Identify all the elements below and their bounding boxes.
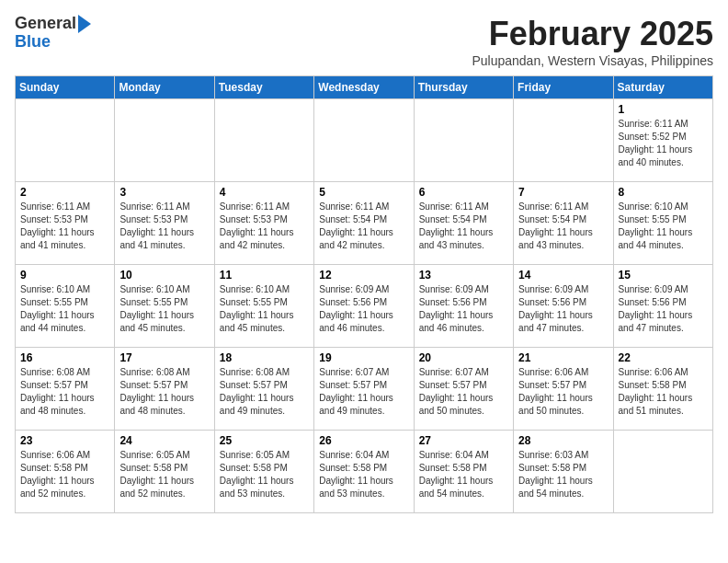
day-number: 13 bbox=[419, 269, 508, 282]
day-number: 19 bbox=[319, 351, 408, 364]
calendar-day-cell: 14Sunrise: 6:09 AM Sunset: 5:56 PM Dayli… bbox=[514, 265, 613, 348]
day-info: Sunrise: 6:11 AM Sunset: 5:54 PM Dayligh… bbox=[419, 201, 508, 252]
calendar-day-cell: 12Sunrise: 6:09 AM Sunset: 5:56 PM Dayli… bbox=[314, 265, 414, 348]
calendar-day-cell bbox=[214, 99, 313, 182]
calendar-day-cell: 21Sunrise: 6:06 AM Sunset: 5:57 PM Dayli… bbox=[514, 348, 613, 431]
logo: General Blue bbox=[15, 15, 91, 52]
calendar-day-cell: 19Sunrise: 6:07 AM Sunset: 5:57 PM Dayli… bbox=[314, 348, 414, 431]
calendar-day-cell: 28Sunrise: 6:03 AM Sunset: 5:58 PM Dayli… bbox=[514, 431, 613, 513]
day-number: 8 bbox=[619, 186, 708, 199]
day-number: 20 bbox=[419, 351, 508, 364]
day-number: 27 bbox=[419, 434, 508, 447]
day-number: 26 bbox=[319, 434, 408, 447]
day-number: 9 bbox=[20, 269, 109, 282]
calendar-day-cell bbox=[613, 431, 712, 513]
day-number: 23 bbox=[20, 434, 109, 447]
day-number: 3 bbox=[119, 186, 209, 199]
calendar-day-cell: 10Sunrise: 6:10 AM Sunset: 5:55 PM Dayli… bbox=[115, 265, 214, 348]
day-number: 6 bbox=[419, 186, 508, 199]
day-info: Sunrise: 6:11 AM Sunset: 5:53 PM Dayligh… bbox=[220, 201, 309, 252]
day-number: 18 bbox=[220, 351, 309, 364]
weekday-header-saturday: Saturday bbox=[613, 76, 712, 99]
day-info: Sunrise: 6:03 AM Sunset: 5:58 PM Dayligh… bbox=[518, 449, 608, 500]
day-info: Sunrise: 6:11 AM Sunset: 5:54 PM Dayligh… bbox=[518, 201, 608, 252]
location-subtitle: Pulupandan, Western Visayas, Philippines bbox=[472, 53, 713, 68]
day-number: 10 bbox=[119, 269, 209, 282]
day-number: 7 bbox=[518, 186, 608, 199]
day-info: Sunrise: 6:10 AM Sunset: 5:55 PM Dayligh… bbox=[20, 283, 109, 335]
day-info: Sunrise: 6:11 AM Sunset: 5:53 PM Dayligh… bbox=[20, 201, 109, 252]
calendar-header-row: SundayMondayTuesdayWednesdayThursdayFrid… bbox=[16, 76, 713, 99]
logo-text-general: General bbox=[15, 15, 76, 33]
weekday-header-thursday: Thursday bbox=[414, 76, 513, 99]
day-info: Sunrise: 6:06 AM Sunset: 5:58 PM Dayligh… bbox=[20, 449, 109, 500]
calendar-day-cell: 13Sunrise: 6:09 AM Sunset: 5:56 PM Dayli… bbox=[414, 265, 513, 348]
day-number: 24 bbox=[119, 434, 209, 447]
calendar-day-cell: 20Sunrise: 6:07 AM Sunset: 5:57 PM Dayli… bbox=[414, 348, 513, 431]
calendar-day-cell: 27Sunrise: 6:04 AM Sunset: 5:58 PM Dayli… bbox=[414, 431, 513, 513]
page-header: General Blue February 2025 Pulupandan, W… bbox=[15, 15, 713, 68]
calendar-day-cell: 6Sunrise: 6:11 AM Sunset: 5:54 PM Daylig… bbox=[414, 182, 513, 265]
weekday-header-tuesday: Tuesday bbox=[214, 76, 313, 99]
day-number: 5 bbox=[319, 186, 408, 199]
day-info: Sunrise: 6:09 AM Sunset: 5:56 PM Dayligh… bbox=[319, 283, 408, 335]
day-info: Sunrise: 6:10 AM Sunset: 5:55 PM Dayligh… bbox=[220, 283, 309, 335]
day-number: 4 bbox=[220, 186, 309, 199]
calendar-day-cell bbox=[514, 99, 613, 182]
calendar-day-cell: 23Sunrise: 6:06 AM Sunset: 5:58 PM Dayli… bbox=[16, 431, 115, 513]
logo-arrow-icon bbox=[78, 15, 91, 33]
day-number: 11 bbox=[220, 269, 309, 282]
calendar-day-cell: 17Sunrise: 6:08 AM Sunset: 5:57 PM Dayli… bbox=[115, 348, 214, 431]
day-number: 16 bbox=[20, 351, 109, 364]
day-number: 1 bbox=[619, 103, 708, 116]
day-number: 28 bbox=[518, 434, 608, 447]
day-info: Sunrise: 6:09 AM Sunset: 5:56 PM Dayligh… bbox=[419, 283, 508, 335]
calendar-day-cell: 5Sunrise: 6:11 AM Sunset: 5:54 PM Daylig… bbox=[314, 182, 414, 265]
day-info: Sunrise: 6:05 AM Sunset: 5:58 PM Dayligh… bbox=[220, 449, 309, 500]
calendar-week-row: 2Sunrise: 6:11 AM Sunset: 5:53 PM Daylig… bbox=[16, 182, 713, 265]
day-info: Sunrise: 6:11 AM Sunset: 5:54 PM Dayligh… bbox=[319, 201, 408, 252]
calendar-table: SundayMondayTuesdayWednesdayThursdayFrid… bbox=[15, 75, 713, 513]
day-number: 2 bbox=[20, 186, 109, 199]
day-number: 25 bbox=[220, 434, 309, 447]
calendar-day-cell bbox=[314, 99, 414, 182]
day-number: 12 bbox=[319, 269, 408, 282]
day-info: Sunrise: 6:08 AM Sunset: 5:57 PM Dayligh… bbox=[20, 366, 109, 418]
calendar-day-cell: 8Sunrise: 6:10 AM Sunset: 5:55 PM Daylig… bbox=[613, 182, 712, 265]
calendar-day-cell: 18Sunrise: 6:08 AM Sunset: 5:57 PM Dayli… bbox=[214, 348, 313, 431]
day-info: Sunrise: 6:10 AM Sunset: 5:55 PM Dayligh… bbox=[619, 201, 708, 252]
day-info: Sunrise: 6:05 AM Sunset: 5:58 PM Dayligh… bbox=[119, 449, 209, 500]
calendar-day-cell bbox=[16, 99, 115, 182]
weekday-header-monday: Monday bbox=[115, 76, 214, 99]
weekday-header-wednesday: Wednesday bbox=[314, 76, 414, 99]
day-info: Sunrise: 6:09 AM Sunset: 5:56 PM Dayligh… bbox=[619, 283, 708, 335]
calendar-day-cell: 9Sunrise: 6:10 AM Sunset: 5:55 PM Daylig… bbox=[16, 265, 115, 348]
day-info: Sunrise: 6:07 AM Sunset: 5:57 PM Dayligh… bbox=[319, 366, 408, 418]
calendar-day-cell: 2Sunrise: 6:11 AM Sunset: 5:53 PM Daylig… bbox=[16, 182, 115, 265]
day-info: Sunrise: 6:04 AM Sunset: 5:58 PM Dayligh… bbox=[319, 449, 408, 500]
day-info: Sunrise: 6:08 AM Sunset: 5:57 PM Dayligh… bbox=[220, 366, 309, 418]
weekday-header-sunday: Sunday bbox=[16, 76, 115, 99]
day-number: 22 bbox=[619, 351, 708, 364]
calendar-week-row: 16Sunrise: 6:08 AM Sunset: 5:57 PM Dayli… bbox=[16, 348, 713, 431]
calendar-day-cell: 24Sunrise: 6:05 AM Sunset: 5:58 PM Dayli… bbox=[115, 431, 214, 513]
calendar-week-row: 9Sunrise: 6:10 AM Sunset: 5:55 PM Daylig… bbox=[16, 265, 713, 348]
calendar-day-cell bbox=[115, 99, 214, 182]
day-number: 15 bbox=[619, 269, 708, 282]
day-info: Sunrise: 6:04 AM Sunset: 5:58 PM Dayligh… bbox=[419, 449, 508, 500]
day-info: Sunrise: 6:10 AM Sunset: 5:55 PM Dayligh… bbox=[119, 283, 209, 335]
calendar-day-cell: 15Sunrise: 6:09 AM Sunset: 5:56 PM Dayli… bbox=[613, 265, 712, 348]
calendar-day-cell bbox=[414, 99, 513, 182]
day-info: Sunrise: 6:11 AM Sunset: 5:52 PM Dayligh… bbox=[619, 118, 708, 169]
day-info: Sunrise: 6:07 AM Sunset: 5:57 PM Dayligh… bbox=[419, 366, 508, 418]
calendar-day-cell: 4Sunrise: 6:11 AM Sunset: 5:53 PM Daylig… bbox=[214, 182, 313, 265]
calendar-day-cell: 1Sunrise: 6:11 AM Sunset: 5:52 PM Daylig… bbox=[613, 99, 712, 182]
title-block: February 2025 Pulupandan, Western Visaya… bbox=[472, 15, 713, 68]
calendar-day-cell: 22Sunrise: 6:06 AM Sunset: 5:58 PM Dayli… bbox=[613, 348, 712, 431]
day-info: Sunrise: 6:08 AM Sunset: 5:57 PM Dayligh… bbox=[119, 366, 209, 418]
calendar-day-cell: 3Sunrise: 6:11 AM Sunset: 5:53 PM Daylig… bbox=[115, 182, 214, 265]
month-title: February 2025 bbox=[472, 15, 713, 53]
calendar-day-cell: 25Sunrise: 6:05 AM Sunset: 5:58 PM Dayli… bbox=[214, 431, 313, 513]
calendar-week-row: 1Sunrise: 6:11 AM Sunset: 5:52 PM Daylig… bbox=[16, 99, 713, 182]
logo-text-blue: Blue bbox=[15, 33, 51, 52]
